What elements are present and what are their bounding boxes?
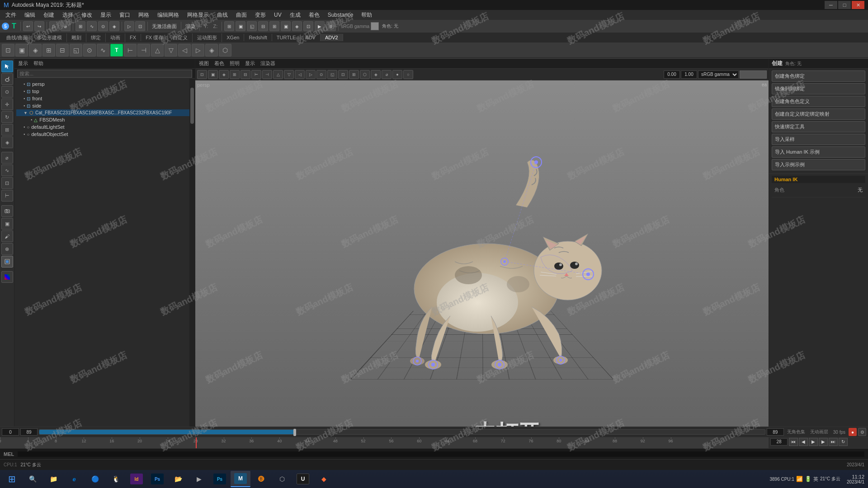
- tab-sculpt[interactable]: 雕刻: [67, 33, 86, 42]
- select-button[interactable]: ▷: [49, 21, 59, 31]
- 360-button[interactable]: 🔵: [85, 471, 105, 487]
- menu-file[interactable]: 文件: [2, 10, 20, 20]
- menu-deform[interactable]: 变形: [251, 10, 269, 20]
- vp-btn-7[interactable]: ⊣: [262, 70, 272, 79]
- unknown-button[interactable]: ◆: [314, 471, 334, 487]
- tab-poly[interactable]: 多边形建模: [33, 33, 67, 42]
- vp-btn-cam[interactable]: ⊞: [349, 70, 359, 79]
- exposure-input[interactable]: [664, 70, 680, 79]
- menu-meshdisplay[interactable]: 网格显示: [184, 10, 212, 20]
- search-input[interactable]: [17, 70, 192, 78]
- viewport-color-swatch[interactable]: [740, 70, 767, 79]
- vp-btn-17[interactable]: ◈: [371, 70, 381, 79]
- shader-btn-3[interactable]: ◱: [247, 21, 257, 31]
- pause-anim-btn[interactable]: ⏸: [326, 21, 336, 31]
- render-button[interactable]: ▷: [124, 21, 134, 31]
- menu-uv[interactable]: UV: [270, 11, 285, 19]
- tab-rigging[interactable]: 绑定: [86, 33, 106, 42]
- tab-turtle[interactable]: TURTLE: [272, 34, 301, 41]
- shelf-icon-1[interactable]: ⊡: [2, 44, 14, 56]
- outliner-side[interactable]: ▪ ⊡ side: [16, 102, 193, 109]
- shelf-icon-7[interactable]: ⊙: [83, 44, 96, 56]
- vp-menu-renderer[interactable]: 渲染器: [259, 60, 277, 67]
- move-tool[interactable]: ✛: [1, 99, 13, 110]
- import-sample-btn[interactable]: 导入采样: [772, 134, 865, 145]
- mirror-rig-btn[interactable]: 镜像到到绑定: [772, 83, 865, 94]
- snap-tool[interactable]: ⊡: [1, 177, 13, 189]
- frame-input[interactable]: [770, 438, 788, 446]
- lasso-tool[interactable]: [1, 73, 13, 85]
- menu-select[interactable]: 选择: [59, 10, 77, 20]
- menu-display[interactable]: 显示: [97, 10, 115, 20]
- media-button[interactable]: ▶: [189, 471, 209, 487]
- quick-rig-btn[interactable]: 快速绑定工具: [772, 121, 865, 132]
- shader-btn-4[interactable]: ⊟: [258, 21, 268, 31]
- outliner-persp[interactable]: ▪ ⊡ persp: [16, 80, 193, 88]
- prev-key-btn[interactable]: ⏮: [789, 438, 798, 446]
- minimize-button[interactable]: ─: [825, 1, 837, 9]
- menu-create[interactable]: 创建: [40, 10, 58, 20]
- last-tool[interactable]: ◈: [1, 136, 13, 148]
- shelf-icon-4[interactable]: ⊞: [42, 44, 55, 56]
- shelf-icon-3[interactable]: ◈: [29, 44, 42, 56]
- create-char-def-btn[interactable]: 创建角色色定义: [772, 96, 865, 107]
- menu-modify[interactable]: 修改: [78, 10, 96, 20]
- menu-curves[interactable]: 曲线: [213, 10, 231, 20]
- vp-menu-view[interactable]: 视图: [197, 60, 211, 67]
- select-tool[interactable]: [1, 61, 13, 72]
- next-key-btn[interactable]: ⏭: [829, 438, 838, 446]
- tab-xgen[interactable]: XGen: [222, 34, 244, 41]
- close-button[interactable]: ✕: [852, 1, 864, 9]
- shelf-icon-10[interactable]: ⊣: [137, 44, 150, 56]
- rotate-tool[interactable]: ↻: [1, 111, 13, 123]
- record-btn[interactable]: ●: [849, 428, 857, 436]
- shader-btn-5[interactable]: ⊞: [269, 21, 279, 31]
- shader-btn-6[interactable]: ▣: [281, 21, 291, 31]
- outliner-top[interactable]: ▪ ⊡ top: [16, 88, 193, 95]
- snap-grid-button[interactable]: ⊞: [75, 21, 85, 31]
- snap-point-button[interactable]: ⊙: [98, 21, 108, 31]
- soft-mod-tool[interactable]: ⌀: [1, 152, 13, 164]
- lasso-button[interactable]: ⌀: [61, 21, 71, 31]
- outliner-front[interactable]: ▪ ⊡ front: [16, 95, 193, 102]
- create-char-rig-btn[interactable]: 创建角色绑定: [772, 70, 865, 82]
- range-start-input[interactable]: [2, 428, 19, 436]
- snap-curve-button[interactable]: ∿: [87, 21, 97, 31]
- menu-generate[interactable]: 生成: [286, 10, 304, 20]
- shelf-icon-16[interactable]: ⬡: [219, 44, 231, 56]
- shelf-icon-T[interactable]: T: [110, 44, 123, 56]
- shader-btn-2[interactable]: ▣: [236, 21, 245, 31]
- range-slider[interactable]: [39, 429, 765, 435]
- hexa-button[interactable]: ⬡: [272, 471, 292, 487]
- shelf-icon-8[interactable]: ∿: [97, 44, 109, 56]
- tray-wifi[interactable]: 📶: [796, 476, 803, 482]
- outliner-help-menu[interactable]: 帮助: [32, 60, 45, 67]
- menu-edit[interactable]: 编辑: [21, 10, 39, 20]
- outliner-scrollbar[interactable]: [189, 79, 195, 461]
- vp-btn-4[interactable]: ⊞: [230, 70, 240, 79]
- redo-button[interactable]: ↪: [34, 21, 44, 31]
- blender-button[interactable]: 🅑: [251, 471, 271, 487]
- menu-editmesh[interactable]: 编辑网格: [154, 10, 183, 20]
- paint-tool[interactable]: 🖌: [1, 230, 13, 242]
- shelf-icon-15[interactable]: ◈: [205, 44, 218, 56]
- unreal-button[interactable]: U: [293, 471, 313, 487]
- ps2-button[interactable]: Ps: [210, 471, 230, 487]
- window-controls[interactable]: ─ □ ✕: [825, 1, 864, 9]
- vp-btn-14[interactable]: ⊡: [338, 70, 348, 79]
- vp-btn-10[interactable]: ◁: [295, 70, 305, 79]
- gamma-input[interactable]: [681, 70, 697, 79]
- menu-substance[interactable]: Substance: [324, 11, 357, 19]
- outliner-fbsdmesh[interactable]: ▪ △ FBSDMesh: [16, 116, 193, 123]
- range-end-input[interactable]: [767, 428, 784, 436]
- loop-btn[interactable]: ↻: [839, 438, 848, 446]
- shelf-icon-9[interactable]: ⊢: [124, 44, 137, 56]
- menu-surfaces[interactable]: 曲面: [232, 10, 250, 20]
- import-humanik-btn[interactable]: 导入 Human IK 示例: [772, 146, 865, 158]
- start-button[interactable]: ⊞: [2, 471, 22, 487]
- camera-tool[interactable]: [1, 205, 13, 217]
- shelf-icon-12[interactable]: ▽: [165, 44, 177, 56]
- show-manip-tool[interactable]: ⊢: [1, 190, 13, 202]
- taskbar-clock[interactable]: 11:12 2023/4/1: [845, 474, 866, 484]
- shelf-icon-11[interactable]: △: [151, 44, 164, 56]
